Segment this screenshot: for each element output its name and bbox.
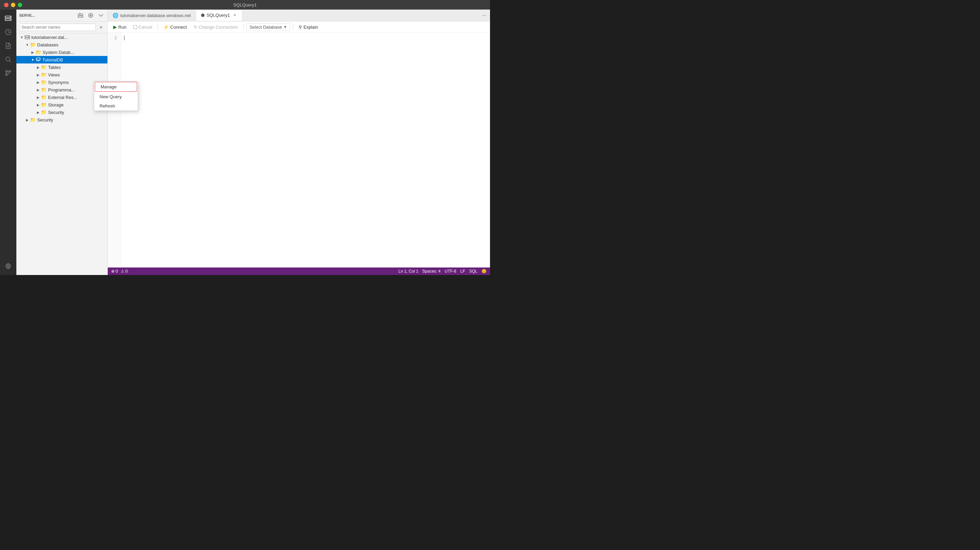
folder-icon: 📁 xyxy=(41,94,47,100)
toolbar-divider-3 xyxy=(293,24,293,30)
tab-connection[interactable]: 🌐 tutorialserver.database.windows.net xyxy=(108,11,196,20)
language-label: SQL xyxy=(469,269,477,274)
tree-views-node[interactable]: ▶ 📁 Views xyxy=(16,71,107,78)
run-button[interactable]: ▶ Run xyxy=(110,23,129,31)
tutorialdb-label: TutorialDB xyxy=(42,57,63,62)
context-menu-manage[interactable]: Manage xyxy=(95,82,137,92)
status-errors[interactable]: ⊗ 0 xyxy=(111,269,118,274)
svg-point-11 xyxy=(6,71,8,72)
svg-rect-13 xyxy=(78,14,83,15)
spaces-label: Spaces: 4 xyxy=(423,269,441,274)
smiley-icon: 😊 xyxy=(482,269,487,274)
folder-icon: 📁 xyxy=(30,117,36,123)
activity-bar xyxy=(0,10,16,275)
change-connection-button[interactable]: ↻ Change Connection xyxy=(191,23,241,31)
sidebar-item-servers[interactable] xyxy=(2,12,14,25)
status-position: Ln 1, Col 1 xyxy=(399,269,418,274)
tab-bar: 🌐 tutorialserver.database.windows.net ⬢ … xyxy=(108,10,490,21)
chevron-down-icon: ▼ xyxy=(283,25,287,29)
svg-rect-14 xyxy=(78,16,83,18)
close-button[interactable] xyxy=(4,3,8,7)
add-connection-button[interactable] xyxy=(87,11,94,19)
tree-databases-node[interactable]: ▼ 📁 Databases xyxy=(16,41,107,48)
folder-icon: 📁 xyxy=(41,80,47,85)
context-menu-refresh[interactable]: Refresh xyxy=(94,101,138,110)
settings-icon[interactable] xyxy=(2,260,14,272)
add-server-button[interactable] xyxy=(77,11,84,19)
sidebar-item-history[interactable] xyxy=(2,26,14,38)
cancel-button[interactable]: Cancel xyxy=(130,23,155,31)
svg-point-12 xyxy=(8,265,9,267)
close-tab-button[interactable]: ✕ xyxy=(232,13,237,18)
chevron-right-icon: ▶ xyxy=(30,49,35,55)
toolbar: ▶ Run Cancel ⚡ Connect ↻ Change Connecti… xyxy=(108,21,490,33)
chevron-right-icon: ▶ xyxy=(35,87,41,92)
folder-icon: 📁 xyxy=(41,87,47,92)
tree-tutorialdb-node[interactable]: ▼ TutorialDB xyxy=(16,56,107,64)
tab-sqlquery1[interactable]: ⬢ SQLQuery1 ✕ xyxy=(196,11,243,21)
svg-line-8 xyxy=(10,61,11,62)
folder-icon: 📁 xyxy=(41,110,47,115)
database-select[interactable]: Select Database ▼ xyxy=(247,23,290,31)
folder-icon: 📁 xyxy=(30,42,36,48)
run-label: Run xyxy=(118,25,127,30)
svg-point-23 xyxy=(28,38,29,38)
folder-icon: 📁 xyxy=(41,64,47,70)
databases-label: Databases xyxy=(37,42,58,48)
security-server-label: Security xyxy=(37,117,53,123)
encoding-label: UTF-8 xyxy=(445,269,456,274)
collapse-all-button[interactable] xyxy=(97,11,105,19)
line-ending-label: LF xyxy=(460,269,465,274)
chevron-right-icon: ▶ xyxy=(25,117,30,123)
tree-system-db-node[interactable]: ▶ 📁 System Datab... xyxy=(16,48,107,56)
context-menu-new-query[interactable]: New Query xyxy=(94,92,138,101)
editor-area: 1 xyxy=(108,33,490,268)
svg-point-10 xyxy=(9,71,11,72)
sidebar-top-toolbar: SERVE... xyxy=(16,10,107,21)
storage-label: Storage xyxy=(48,102,64,107)
synonyms-label: Synonyms xyxy=(48,80,69,85)
run-icon: ▶ xyxy=(113,24,117,30)
close-search-button[interactable]: × xyxy=(97,24,105,31)
tree-security-server-node[interactable]: ▶ 📁 Security xyxy=(16,116,107,123)
cursor-line xyxy=(124,35,487,40)
maximize-button[interactable] xyxy=(18,3,22,7)
tab-connection-label: tutorialserver.database.windows.net xyxy=(120,13,191,18)
chevron-right-icon: ▶ xyxy=(35,72,41,77)
warning-icon: ⚠ xyxy=(121,269,124,274)
error-count: 0 xyxy=(116,269,118,274)
sidebar-search-area: × xyxy=(16,21,107,33)
more-tabs-button[interactable]: ··· xyxy=(479,11,490,20)
status-smiley[interactable]: 😊 xyxy=(482,269,487,274)
status-left: ⊗ 0 ⚠ 0 xyxy=(111,269,127,274)
server-label: tutorialserver.dat... xyxy=(31,35,68,40)
minimize-button[interactable] xyxy=(11,3,15,7)
sidebar-item-git[interactable] xyxy=(2,67,14,79)
toolbar-divider-1 xyxy=(158,24,158,30)
main-content: 🌐 tutorialserver.database.windows.net ⬢ … xyxy=(108,10,490,275)
status-warnings[interactable]: ⚠ 0 xyxy=(121,269,128,274)
search-box[interactable] xyxy=(19,24,96,31)
sidebar: SERVE... xyxy=(16,10,108,275)
status-language[interactable]: SQL xyxy=(469,269,477,274)
editor-content[interactable] xyxy=(121,33,490,268)
sidebar-item-search[interactable] xyxy=(2,53,14,65)
sidebar-item-new-file[interactable] xyxy=(2,40,14,52)
change-connection-icon: ↻ xyxy=(194,25,197,30)
tree-server-node[interactable]: ▼ tutorialserver.dat... xyxy=(16,33,107,41)
title-bar: SQLQuery1 xyxy=(0,0,490,10)
search-input[interactable] xyxy=(21,25,94,30)
tree-tables-node[interactable]: ▶ 📁 Tables xyxy=(16,64,107,71)
chevron-down-icon: ▼ xyxy=(19,35,25,40)
status-spaces: Spaces: 4 xyxy=(423,269,441,274)
status-encoding: UTF-8 xyxy=(445,269,456,274)
chevron-right-icon: ▶ xyxy=(35,94,41,100)
svg-point-24 xyxy=(36,57,40,59)
connect-button[interactable]: ⚡ Connect xyxy=(161,23,189,31)
line-number-1: 1 xyxy=(112,35,117,41)
globe-icon: 🌐 xyxy=(113,13,118,18)
explain-button[interactable]: ⚲ Explain xyxy=(296,23,321,31)
query-icon: ⬢ xyxy=(201,13,205,18)
svg-point-9 xyxy=(6,74,8,76)
folder-icon: 📁 xyxy=(41,102,47,107)
